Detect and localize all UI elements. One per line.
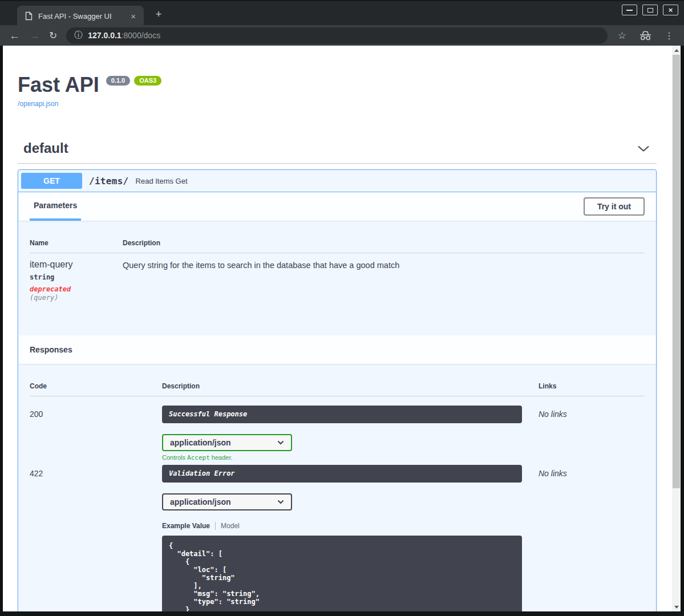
- titlebar: Fast API - Swagger UI × + ×: [0, 0, 684, 25]
- media-type-select[interactable]: application/json: [162, 493, 292, 510]
- response-description-box: Validation Error: [162, 465, 522, 483]
- swagger-content: Fast API 0.1.0 OAS3 /openapi.json defaul…: [18, 46, 657, 611]
- example-model-tabs: Example Value Model: [162, 522, 539, 530]
- back-button[interactable]: ←: [9, 30, 20, 41]
- accept-note: Controls Accept header.: [162, 454, 539, 461]
- api-title: Fast API: [18, 74, 99, 96]
- parameter-row: item-query string deprecated (query) Que…: [30, 253, 645, 335]
- col-header-links: Links: [539, 375, 645, 396]
- scrollbar-thumb[interactable]: [673, 55, 680, 488]
- opblock-summary[interactable]: GET /items/ Read Items Get: [18, 170, 656, 192]
- close-button[interactable]: ×: [663, 5, 678, 15]
- scrollbar-up-arrow[interactable]: [672, 46, 681, 55]
- media-type-value: application/json: [170, 438, 231, 447]
- maximize-icon: [647, 8, 653, 13]
- response-row-200: 200 Successful Response application/json…: [30, 396, 645, 465]
- scrollbar-down-arrow[interactable]: [672, 602, 681, 611]
- example-code-block[interactable]: { "detail": [ { "loc": [ "string" ], "ms…: [162, 536, 522, 611]
- response-code: 200: [30, 406, 162, 461]
- document-icon: [25, 11, 33, 21]
- col-header-description: Description: [162, 375, 539, 396]
- opblock-get-items: GET /items/ Read Items Get Parameters Tr…: [18, 169, 657, 611]
- example-value-tab[interactable]: Example Value: [162, 522, 210, 530]
- response-code: 422: [30, 465, 162, 611]
- parameters-table: Name Description item-query string depre…: [18, 221, 656, 335]
- parameters-header: Parameters Try it out: [18, 192, 656, 221]
- responses-title: Responses: [30, 345, 72, 354]
- responses-table: Code Description Links 200 Successful Re…: [18, 364, 656, 611]
- url-host: 127.0.0.1: [88, 31, 121, 40]
- example-json: { "detail": [ { "loc": [ "string" ], "ms…: [169, 542, 515, 611]
- media-type-value: application/json: [170, 497, 231, 506]
- url-path: :8000/docs: [122, 31, 161, 40]
- incognito-icon: [639, 31, 652, 40]
- tab-divider: [215, 522, 216, 530]
- scrollbar[interactable]: [672, 46, 681, 611]
- select-chevron-icon: [277, 440, 284, 445]
- openapi-link[interactable]: /openapi.json: [18, 100, 58, 108]
- url-bar[interactable]: ⓘ 127.0.0.1:8000/docs: [66, 27, 608, 44]
- collapse-chevron-icon: [637, 145, 650, 152]
- oas-badge: OAS3: [134, 76, 161, 86]
- tag-header[interactable]: default: [18, 140, 657, 164]
- media-type-select[interactable]: application/json: [162, 434, 292, 451]
- reload-button[interactable]: ↻: [49, 30, 57, 41]
- param-description: Query string for the items to search in …: [123, 260, 645, 302]
- parameters-tab[interactable]: Parameters: [30, 192, 81, 221]
- response-links: No links: [539, 465, 645, 611]
- site-info-icon[interactable]: ⓘ: [74, 30, 82, 40]
- param-type: string: [30, 273, 123, 281]
- response-row-422: 422 Validation Error application/json Ex…: [30, 465, 645, 611]
- browser-toolbar: ← → ↻ ⓘ 127.0.0.1:8000/docs ☆ ⋮: [0, 25, 684, 46]
- col-header-code: Code: [30, 375, 162, 396]
- toolbar-right: ☆ ⋮: [618, 30, 674, 42]
- col-header-name: Name: [30, 232, 123, 253]
- param-location: (query): [30, 294, 123, 302]
- window-controls: ×: [622, 5, 678, 15]
- param-deprecated: deprecated: [30, 285, 123, 293]
- select-chevron-icon: [277, 500, 284, 504]
- minimize-button[interactable]: [622, 5, 637, 15]
- tag-name: default: [23, 140, 68, 156]
- tab-close-icon[interactable]: ×: [128, 12, 138, 21]
- new-tab-button[interactable]: +: [152, 9, 165, 19]
- responses-header: Responses: [18, 335, 656, 364]
- maximize-button[interactable]: [642, 5, 658, 15]
- accept-header-code: Accept: [187, 454, 210, 461]
- tab-title: Fast API - Swagger UI: [38, 12, 128, 21]
- close-icon: ×: [669, 6, 673, 14]
- endpoint-path: /items/: [89, 176, 129, 187]
- response-description-box: Successful Response: [162, 406, 522, 423]
- response-links: No links: [539, 406, 645, 461]
- col-header-description: Description: [123, 232, 645, 253]
- menu-button[interactable]: ⋮: [665, 30, 674, 41]
- model-tab[interactable]: Model: [221, 522, 240, 530]
- page: Fast API 0.1.0 OAS3 /openapi.json defaul…: [3, 46, 681, 611]
- minimize-icon: [626, 10, 633, 11]
- forward-button[interactable]: →: [29, 30, 40, 41]
- version-badge: 0.1.0: [106, 76, 130, 86]
- method-badge: GET: [21, 173, 82, 189]
- endpoint-summary: Read Items Get: [136, 177, 188, 185]
- swagger-header: Fast API 0.1.0 OAS3: [18, 74, 657, 96]
- browser-tab[interactable]: Fast API - Swagger UI ×: [17, 6, 144, 26]
- bottom-window-border: [0, 611, 684, 616]
- param-name: item-query: [30, 260, 123, 269]
- try-it-out-button[interactable]: Try it out: [584, 197, 645, 216]
- bookmark-star-button[interactable]: ☆: [618, 30, 626, 42]
